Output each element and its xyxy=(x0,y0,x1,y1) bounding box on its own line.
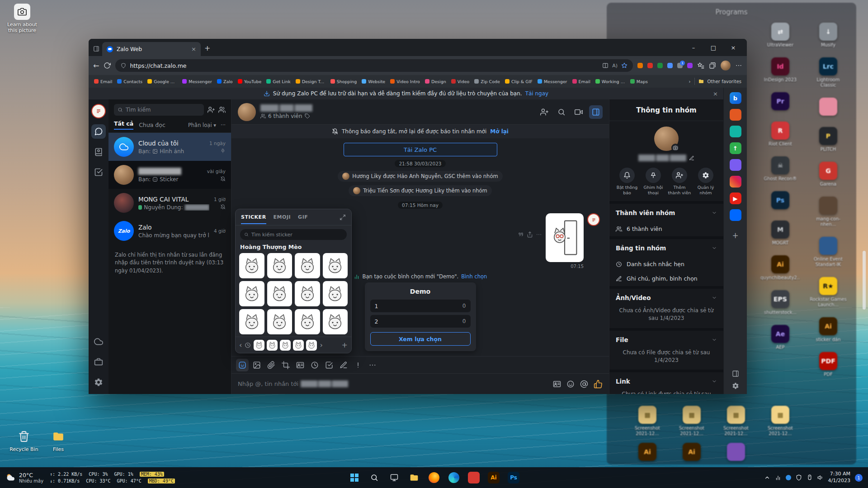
app-icon[interactable]: ↓ xyxy=(819,23,837,41)
add-sticker-pack-icon[interactable]: + xyxy=(342,341,348,349)
bookmark-item[interactable]: Email xyxy=(572,79,590,84)
format-text-button[interactable] xyxy=(337,359,350,371)
app-icon[interactable] xyxy=(819,197,837,215)
download-zalo-pc-button[interactable]: Tải Zalo PC xyxy=(344,143,497,156)
poll-option[interactable]: 1 0 xyxy=(370,300,471,312)
bookmark-item[interactable]: Messenger xyxy=(182,79,212,84)
extension-icon[interactable] xyxy=(647,63,653,68)
desktop-icon[interactable]: M MOGRT xyxy=(760,221,800,246)
link-section-header[interactable]: Link xyxy=(609,372,723,390)
desktop-icon[interactable]: ▦ Screenshot 2021-12... xyxy=(760,406,800,436)
pin-conversation-action[interactable]: Ghim hội thoại xyxy=(641,168,665,196)
members-section-header[interactable]: Thành viên nhóm xyxy=(609,204,723,222)
camera-icon[interactable] xyxy=(14,4,30,20)
desktop-icon[interactable]: Ai quynchibeauty2... xyxy=(760,255,800,281)
attach-file-button[interactable] xyxy=(265,359,278,371)
sticker-pack-thumbnail[interactable] xyxy=(280,340,291,351)
file-icon[interactable]: ▦ xyxy=(638,406,656,424)
extension-icon[interactable]: 1 xyxy=(677,63,683,68)
app-icon[interactable]: G xyxy=(819,162,837,180)
sidebar-app-icon[interactable] xyxy=(730,176,741,188)
sidebar-add-icon[interactable]: + xyxy=(732,231,738,240)
bookmark-item[interactable]: Contacts xyxy=(117,79,142,84)
tray-chart-icon[interactable] xyxy=(775,474,781,481)
desktop-icon[interactable]: R★ Rockstar Games Launch... xyxy=(808,277,848,308)
sidebar-app-icon[interactable] xyxy=(730,109,741,121)
sidebar-app-icon[interactable] xyxy=(730,159,741,171)
notification-badge[interactable]: 1 xyxy=(855,474,863,482)
bookmark-item[interactable]: Working Mail xyxy=(595,79,625,84)
bookmark-item[interactable]: Video xyxy=(451,79,470,84)
red-app-icon[interactable] xyxy=(465,469,482,486)
desktop-icon[interactable]: ▦ Screenshot 2021-12... xyxy=(672,406,712,436)
recycle-bin-icon[interactable]: Recycle Bin xyxy=(6,428,42,452)
desktop-icon[interactable]: Lrc Lightroom Classic xyxy=(808,57,848,88)
sticker-button[interactable] xyxy=(236,359,249,371)
app-icon[interactable]: Ae xyxy=(771,325,789,343)
unmute-button[interactable]: Mở lại xyxy=(490,128,509,135)
task-view-icon[interactable] xyxy=(386,469,403,486)
sticker-thumbnail[interactable] xyxy=(323,253,348,278)
send-like-icon[interactable] xyxy=(594,380,603,389)
desktop-icon[interactable]: ☠ Ghost Recon® xyxy=(760,156,800,182)
chat-item-group[interactable]: ██████████ Bạn: Sticker vài giây xyxy=(108,161,231,189)
bookmark-item[interactable]: Messenger xyxy=(538,79,567,84)
app-icon[interactable]: Ps xyxy=(771,191,789,209)
bookmark-item[interactable]: Design Tools xyxy=(296,79,326,84)
poll-vote-link[interactable]: Bình chọn xyxy=(461,273,487,280)
collections-icon[interactable] xyxy=(709,62,716,69)
sticker-thumbnail[interactable] xyxy=(295,253,320,278)
nav-chats-icon[interactable] xyxy=(91,124,106,139)
group-avatar[interactable] xyxy=(238,103,256,121)
poll-view-choices-button[interactable]: Xem lựa chọn xyxy=(370,332,471,346)
photoshop-icon[interactable]: Ps xyxy=(505,469,522,486)
app-icon[interactable]: Ai xyxy=(771,255,789,273)
bookmark-item[interactable]: Zalo xyxy=(217,79,233,84)
mention-icon[interactable] xyxy=(580,380,588,388)
weather-widget[interactable]: 20°C Nhiều mây xyxy=(5,472,43,483)
sticker-message[interactable] xyxy=(546,213,584,262)
bookmark-item[interactable]: YouTube xyxy=(238,79,262,84)
profile-avatar[interactable] xyxy=(721,61,731,70)
desktop-icon[interactable]: mang-con-nhen... xyxy=(808,197,848,227)
desktop-icon[interactable]: Ai xyxy=(627,443,667,463)
sticker-thumbnail[interactable] xyxy=(267,253,292,278)
extension-icon[interactable] xyxy=(667,63,673,68)
sidebar-app-icon[interactable]: ↑ xyxy=(730,142,741,154)
enable-notifications-action[interactable]: Bật thông báo xyxy=(615,168,639,196)
add-friend-icon[interactable] xyxy=(208,106,215,113)
new-tab-button[interactable]: + xyxy=(204,44,210,52)
tab-unread[interactable]: Chưa đọc xyxy=(139,122,165,128)
clock[interactable]: 7:30 AM 4/1/2023 xyxy=(828,471,850,484)
extension-icon[interactable] xyxy=(657,63,663,68)
maximize-button[interactable]: □ xyxy=(703,39,723,56)
file-icon[interactable]: Ai xyxy=(683,443,701,461)
nav-cloud-icon[interactable] xyxy=(91,334,106,349)
tray-mouse-icon[interactable] xyxy=(807,474,813,481)
app-icon[interactable]: Id xyxy=(771,57,789,75)
sticker-thumbnail[interactable] xyxy=(295,309,320,334)
address-bar[interactable]: https://chat.zalo.me A) xyxy=(115,59,633,72)
sticker-thumbnail[interactable] xyxy=(239,253,264,278)
minimize-button[interactable]: – xyxy=(684,39,703,56)
split-screen-icon[interactable] xyxy=(602,62,609,69)
taskbar-search-icon[interactable] xyxy=(366,469,383,486)
emoji-icon[interactable] xyxy=(566,380,575,388)
board-section-header[interactable]: Bảng tin nhóm xyxy=(609,239,723,257)
read-aloud-icon[interactable]: A) xyxy=(612,63,618,69)
message-more-icon[interactable] xyxy=(536,231,542,238)
desktop-icon[interactable] xyxy=(716,443,756,463)
app-icon[interactable]: P xyxy=(819,127,837,145)
close-button[interactable]: × xyxy=(723,39,743,56)
app-icon[interactable]: ☠ xyxy=(771,156,789,174)
desktop-icon[interactable]: Pr xyxy=(760,92,800,112)
desktop-icon[interactable] xyxy=(808,98,848,117)
site-info-icon[interactable] xyxy=(121,63,126,68)
tab-actions-icon[interactable] xyxy=(93,46,99,52)
bookmark-item[interactable]: Design xyxy=(425,79,446,84)
sticker-thumbnail[interactable] xyxy=(267,281,292,306)
app-icon[interactable]: M xyxy=(771,221,789,239)
search-input[interactable]: Tìm kiếm xyxy=(114,104,204,116)
app-icon[interactable]: R★ xyxy=(819,277,837,295)
edit-avatar-icon[interactable] xyxy=(671,144,679,152)
